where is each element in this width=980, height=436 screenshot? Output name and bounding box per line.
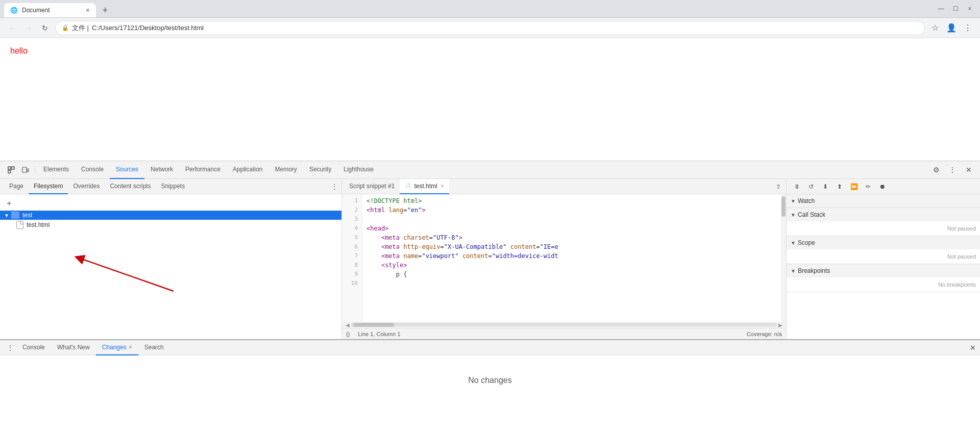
menu-icon[interactable]: ⋮ bbox=[962, 22, 974, 34]
testhtml-tab-close[interactable]: × bbox=[440, 183, 444, 190]
code-editor-area: 12345 678910 <!DOCTYPE html> <html lang=… bbox=[342, 194, 786, 322]
step-out-button[interactable]: ⬆ bbox=[834, 181, 846, 193]
format-button[interactable]: {} bbox=[346, 331, 350, 337]
tab-application[interactable]: Application bbox=[227, 161, 269, 179]
drawer-tab-changes[interactable]: Changes × bbox=[96, 340, 138, 355]
code-scrollbar-horizontal[interactable] bbox=[351, 323, 777, 327]
code-line-3 bbox=[366, 215, 777, 224]
more-options-icon[interactable]: ⋮ bbox=[945, 163, 960, 177]
subtab-content-scripts[interactable]: Content scripts bbox=[105, 179, 156, 194]
settings-icon[interactable]: ⚙ bbox=[929, 163, 943, 177]
tab-lighthouse[interactable]: Lighthouse bbox=[337, 161, 380, 179]
scope-body: Not paused bbox=[787, 249, 980, 264]
file-tree: + ▼ test test.html bbox=[0, 194, 341, 339]
editor-panel: Script snippet #1 📄 test.html × ⇧ 12345 … bbox=[342, 179, 786, 339]
browser-tab[interactable]: 🌐 Document × bbox=[4, 3, 96, 17]
debugger-panel: ⏸ ↺ ⬇ ⬆ ⏩ ✏ ⏺ ▼ Watch ▼ Call Stack bbox=[786, 179, 980, 339]
close-button[interactable]: × bbox=[964, 3, 976, 15]
step-over-button[interactable]: ↺ bbox=[805, 181, 817, 193]
step-into-button[interactable]: ⬇ bbox=[819, 181, 831, 193]
drawer-tabs: ⋮ Console What's New Changes × Search ✕ bbox=[0, 340, 980, 355]
devtools-close-icon[interactable]: ✕ bbox=[962, 163, 976, 177]
tab-sources[interactable]: Sources bbox=[110, 161, 144, 179]
tab-performance[interactable]: Performance bbox=[179, 161, 227, 179]
dont-pause-on-exceptions-button[interactable]: ⏺ bbox=[876, 181, 889, 193]
callstack-arrow-icon: ▼ bbox=[791, 212, 796, 218]
scrollbar-thumb-vertical[interactable] bbox=[781, 196, 786, 217]
step-button[interactable]: ⏩ bbox=[848, 181, 860, 193]
editor-tabs: Script snippet #1 📄 test.html × ⇧ bbox=[342, 179, 786, 194]
drawer-tab-search[interactable]: Search bbox=[138, 340, 170, 355]
code-line-7: <meta name="viewport" content="width=dev… bbox=[366, 251, 777, 261]
code-line-4: <head> bbox=[366, 224, 777, 233]
inspect-icon[interactable] bbox=[4, 163, 18, 177]
tab-network[interactable]: Network bbox=[144, 161, 179, 179]
subtab-page[interactable]: Page bbox=[4, 179, 29, 194]
maximize-button[interactable]: ☐ bbox=[949, 3, 962, 15]
devtools-panel: Elements Console Sources Network Perform… bbox=[0, 161, 980, 405]
scope-status: Not paused bbox=[947, 253, 976, 260]
subtab-snippets[interactable]: Snippets bbox=[156, 179, 190, 194]
device-icon[interactable] bbox=[18, 163, 33, 177]
file-tree-toolbar: + bbox=[0, 196, 341, 211]
editor-tabs-expand[interactable]: ⇧ bbox=[773, 183, 784, 190]
url-prefix: 文件 | bbox=[72, 23, 89, 33]
code-content[interactable]: <!DOCTYPE html> <html lang="en"> <head> … bbox=[362, 194, 781, 322]
scroll-right-icon[interactable]: ▶ bbox=[777, 321, 784, 328]
tab-title: Document bbox=[22, 7, 50, 14]
code-scrollbar-vertical[interactable] bbox=[781, 194, 786, 322]
tab-memory[interactable]: Memory bbox=[269, 161, 303, 179]
subtab-overrides[interactable]: Overrides bbox=[68, 179, 105, 194]
forward-button[interactable]: → bbox=[22, 22, 35, 34]
scrollbar-thumb-horizontal[interactable] bbox=[353, 323, 394, 327]
code-line-8: <style> bbox=[366, 261, 777, 270]
call-stack-section: ▼ Call Stack Not paused bbox=[787, 208, 980, 236]
scope-title: Scope bbox=[798, 239, 815, 246]
drawer-menu-icon[interactable]: ⋮ bbox=[4, 342, 16, 354]
watch-title: Watch bbox=[798, 197, 815, 204]
editor-tab-snippet[interactable]: Script snippet #1 bbox=[344, 179, 400, 194]
tab-console[interactable]: Console bbox=[75, 161, 110, 179]
pause-button[interactable]: ⏸ bbox=[791, 181, 803, 193]
code-line-6: <meta http-equiv="X-UA-Compatible" conte… bbox=[366, 242, 777, 251]
tab-elements[interactable]: Elements bbox=[37, 161, 75, 179]
editor-tab-testhtml[interactable]: 📄 test.html × bbox=[400, 179, 449, 194]
code-line-2: <html lang="en"> bbox=[366, 206, 777, 215]
minimize-button[interactable]: — bbox=[935, 3, 947, 15]
new-tab-button[interactable]: + bbox=[98, 3, 112, 17]
drawer-tab-whats-new[interactable]: What's New bbox=[51, 340, 96, 355]
watch-section: ▼ Watch bbox=[787, 194, 980, 208]
drawer-changes-close-icon[interactable]: × bbox=[129, 344, 132, 351]
watch-header[interactable]: ▼ Watch bbox=[787, 194, 980, 208]
reload-button[interactable]: ↻ bbox=[39, 22, 51, 34]
folder-test[interactable]: ▼ test bbox=[0, 211, 341, 220]
drawer-console-label: Console bbox=[22, 344, 45, 351]
drawer-close-button[interactable]: ✕ bbox=[970, 344, 976, 352]
drawer-tab-console[interactable]: Console bbox=[16, 340, 51, 355]
svg-rect-2 bbox=[12, 167, 14, 169]
bookmark-icon[interactable]: ☆ bbox=[929, 22, 941, 34]
profile-icon[interactable]: 👤 bbox=[945, 22, 958, 34]
code-line-10 bbox=[366, 279, 777, 288]
watch-arrow-icon: ▼ bbox=[791, 198, 796, 204]
url-bar[interactable]: 🔒 文件 | C:/Users/17121/Desktop/test/test.… bbox=[55, 21, 925, 35]
back-button[interactable]: ← bbox=[6, 22, 18, 34]
tab-favicon: 🌐 bbox=[10, 7, 18, 14]
scope-header[interactable]: ▼ Scope bbox=[787, 236, 980, 249]
deactivate-breakpoints-button[interactable]: ✏ bbox=[862, 181, 874, 193]
drawer-search-label: Search bbox=[144, 344, 164, 351]
breakpoints-status: No breakpoints bbox=[938, 281, 976, 288]
tab-security[interactable]: Security bbox=[303, 161, 337, 179]
tab-close-btn[interactable]: × bbox=[86, 6, 90, 14]
devtools-topbar: Elements Console Sources Network Perform… bbox=[0, 161, 980, 179]
subtabs-more-icon[interactable]: ⋮ bbox=[331, 183, 337, 190]
subtab-filesystem[interactable]: Filesystem bbox=[29, 179, 68, 194]
code-line-1: <!DOCTYPE html> bbox=[366, 196, 777, 206]
scroll-left-icon[interactable]: ◀ bbox=[344, 321, 351, 328]
breakpoints-section: ▼ Breakpoints No breakpoints bbox=[787, 264, 980, 292]
add-folder-button[interactable]: + bbox=[4, 198, 14, 209]
file-test-html[interactable]: test.html bbox=[0, 220, 341, 230]
breakpoints-header[interactable]: ▼ Breakpoints bbox=[787, 264, 980, 277]
code-editor[interactable]: 12345 678910 <!DOCTYPE html> <html lang=… bbox=[342, 194, 786, 322]
call-stack-header[interactable]: ▼ Call Stack bbox=[787, 208, 980, 221]
